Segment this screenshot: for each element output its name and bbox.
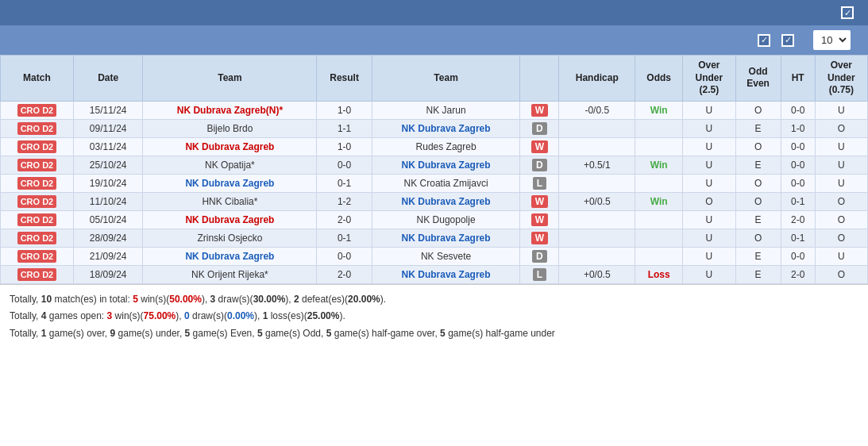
summary-line3: Totally, 1 game(s) over, 9 game(s) under…: [10, 325, 858, 343]
cell-ou25: U: [683, 210, 735, 229]
cell-handicap: [559, 210, 635, 229]
cell-outcome: W: [520, 192, 559, 210]
table-row: CRO D2 05/10/24 NK Dubrava Zagreb 2-0 NK…: [1, 210, 868, 229]
cell-ht: 2-0: [781, 210, 815, 229]
table-row: CRO D2 09/11/24 Bijelo Brdo 1-1 NK Dubra…: [1, 119, 868, 137]
cell-handicap: [559, 119, 635, 137]
cell-team-away: Rudes Zagreb: [372, 137, 520, 156]
cell-ou25: O: [683, 192, 735, 210]
cell-team-away: NK Dubrava Zagreb: [372, 156, 520, 174]
cell-date: 21/09/24: [73, 247, 143, 265]
cell-team-away: NK Dubrava Zagreb: [372, 265, 520, 283]
cell-ht: 2-0: [781, 265, 815, 283]
cell-team-home: NK Orijent Rijeka*: [143, 265, 317, 283]
col-team-home: Team: [143, 56, 317, 102]
int-cf-filter[interactable]: ✓: [758, 34, 773, 47]
cell-outcome: D: [520, 156, 559, 174]
cell-team-home: Bijelo Brdo: [143, 119, 317, 137]
cell-handicap: [559, 229, 635, 247]
cell-team-home: NK Dubrava Zagreb: [143, 137, 317, 156]
table-row: CRO D2 03/11/24 NK Dubrava Zagreb 1-0 Ru…: [1, 137, 868, 156]
col-result: Result: [317, 56, 372, 102]
int-cf-checkbox[interactable]: ✓: [758, 34, 770, 47]
table-row: CRO D2 18/09/24 NK Orijent Rijeka* 2-0 N…: [1, 265, 868, 283]
cell-ou25: U: [683, 229, 735, 247]
cell-match: CRO D2: [1, 210, 74, 229]
cell-result-score: 1-0: [317, 101, 372, 119]
cro-d2-filter[interactable]: ✓: [781, 34, 797, 47]
cell-ou075: U: [815, 247, 867, 265]
cell-team-away: NK Dubrava Zagreb: [372, 229, 520, 247]
cell-team-away: NK Sesvete: [372, 247, 520, 265]
cell-ht: 0-0: [781, 247, 815, 265]
cell-team-home: NK Dubrava Zagreb: [143, 174, 317, 192]
scores-table: Match Date Team Result Team Handicap Odd…: [0, 55, 868, 284]
cell-oe: O: [735, 229, 781, 247]
cell-outcome: W: [520, 101, 559, 119]
cell-match: CRO D2: [1, 247, 74, 265]
cell-handicap: +0/0.5: [559, 265, 635, 283]
cell-ht: 0-0: [781, 174, 815, 192]
games-select[interactable]: 10 5 15 20 All: [813, 30, 851, 50]
cell-oe: O: [735, 137, 781, 156]
cell-oe: E: [735, 247, 781, 265]
cell-ou075: O: [815, 265, 867, 283]
table-row: CRO D2 11/10/24 HNK Cibalia* 1-2 NK Dubr…: [1, 192, 868, 210]
cell-result-score: 1-1: [317, 119, 372, 137]
cell-date: 05/10/24: [73, 210, 143, 229]
summary-line1: Totally, 10 match(es) in total: 5 win(s)…: [10, 291, 858, 309]
cell-result-score: 1-0: [317, 137, 372, 156]
cell-outcome: W: [520, 210, 559, 229]
cell-team-away: NK Jarun: [372, 101, 520, 119]
cell-date: 11/10/24: [73, 192, 143, 210]
cell-team-away: NK Croatia Zmijavci: [372, 174, 520, 192]
cell-ou075: O: [815, 210, 867, 229]
cell-odds-value: [635, 119, 683, 137]
display-notes-checkbox[interactable]: ✓: [841, 6, 854, 19]
col-match: Match: [1, 56, 74, 102]
cell-oe: E: [735, 156, 781, 174]
cell-team-away: NK Dugopolje: [372, 210, 520, 229]
cro-d2-checkbox[interactable]: ✓: [781, 34, 794, 47]
cell-outcome: W: [520, 229, 559, 247]
cell-oe: E: [735, 119, 781, 137]
table-row: CRO D2 21/09/24 NK Dubrava Zagreb 0-0 NK…: [1, 247, 868, 265]
cell-ou25: U: [683, 247, 735, 265]
cell-date: 18/09/24: [73, 265, 143, 283]
col-oe: OddEven: [735, 56, 781, 102]
cell-outcome: W: [520, 137, 559, 156]
cell-odds-value: Win: [635, 156, 683, 174]
cell-team-home: NK Dubrava Zagreb: [143, 247, 317, 265]
cell-oe: O: [735, 101, 781, 119]
cell-outcome: L: [520, 174, 559, 192]
table-row: CRO D2 15/11/24 NK Dubrava Zagreb(N)* 1-…: [1, 101, 868, 119]
cell-odds-value: Win: [635, 101, 683, 119]
cell-result-score: 0-0: [317, 156, 372, 174]
cell-date: 15/11/24: [73, 101, 143, 119]
filter-bar: ✓ ✓ 10 5 15 20 All: [0, 25, 868, 55]
col-date: Date: [73, 56, 143, 102]
cell-odds-value: Win: [635, 192, 683, 210]
cell-result-score: 1-2: [317, 192, 372, 210]
cell-date: 19/10/24: [73, 174, 143, 192]
cell-match: CRO D2: [1, 174, 74, 192]
cell-team-home: NK Dubrava Zagreb: [143, 210, 317, 229]
cell-match: CRO D2: [1, 101, 74, 119]
cell-outcome: D: [520, 119, 559, 137]
table-row: CRO D2 19/10/24 NK Dubrava Zagreb 0-1 NK…: [1, 174, 868, 192]
cell-odds-value: Loss: [635, 265, 683, 283]
cell-ht: 0-1: [781, 192, 815, 210]
cell-ou075: O: [815, 229, 867, 247]
cell-ou25: U: [683, 137, 735, 156]
cell-team-away: NK Dubrava Zagreb: [372, 192, 520, 210]
cell-handicap: [559, 137, 635, 156]
table-row: CRO D2 25/10/24 NK Opatija* 0-0 NK Dubra…: [1, 156, 868, 174]
cell-ou25: U: [683, 265, 735, 283]
cell-odds-value: [635, 229, 683, 247]
cell-date: 03/11/24: [73, 137, 143, 156]
cell-team-home: NK Opatija*: [143, 156, 317, 174]
cell-ht: 0-0: [781, 137, 815, 156]
cell-oe: E: [735, 265, 781, 283]
col-ht: HT: [781, 56, 815, 102]
col-ou25: OverUnder(2.5): [683, 56, 735, 102]
